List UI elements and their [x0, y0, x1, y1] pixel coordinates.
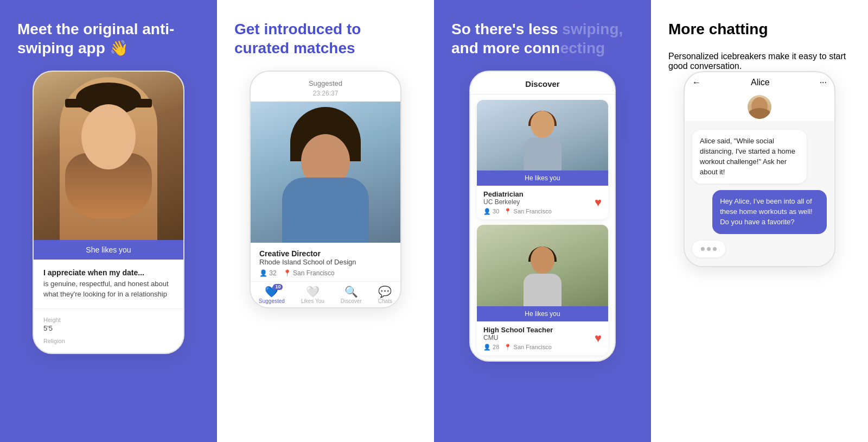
card2-photo — [477, 225, 608, 306]
panel-4-heading: More chatting — [668, 20, 851, 39]
likes-icon: 🤍 — [306, 286, 320, 297]
card2-likes-bar: He likes you — [477, 306, 608, 321]
nav-suggested[interactable]: 💙 10 Suggested — [259, 286, 285, 304]
card1-photo — [477, 100, 608, 171]
more-icon[interactable]: ··· — [820, 78, 827, 87]
card1-info: Pediatrician UC Berkeley 👤 30 📍 San Fran… — [477, 186, 608, 219]
attributes-section: Height 5'5 Religion — [34, 309, 183, 353]
match-age-icon: 👤 32 — [259, 269, 277, 277]
suggested-header: Suggested — [251, 72, 400, 90]
figure-man — [521, 247, 564, 306]
face — [81, 104, 136, 169]
card1-age: 👤 30 — [483, 208, 499, 214]
typing-dot-3 — [713, 247, 717, 251]
card1-text: Pediatrician UC Berkeley 👤 30 📍 San Fran… — [483, 190, 552, 215]
suggested-timer: 23:26:37 — [251, 90, 400, 97]
avatar-circle — [748, 95, 771, 119]
height-label: Height — [43, 317, 174, 323]
card1-details: 👤 30 📍 San Francisco — [483, 208, 552, 215]
card2-job: High School Teacher — [483, 326, 553, 334]
small-body-w — [524, 138, 561, 171]
prompt-section: I appreciate when my date... is genuine,… — [34, 260, 183, 309]
card2-info: High School Teacher CMU 👤 28 📍 San Franc… — [477, 321, 608, 355]
card1-school: UC Berkeley — [483, 198, 552, 206]
message-sent-1: Hey Alice, I've been into all of these h… — [712, 190, 827, 234]
panel-1: Meet the original anti-swiping app 👋 She… — [0, 0, 217, 442]
curly-body — [282, 178, 369, 243]
card2-age: 👤 28 — [483, 344, 499, 350]
card2-text: High School Teacher CMU 👤 28 📍 San Franc… — [483, 326, 553, 351]
typing-dot-1 — [701, 247, 705, 251]
nav-likes-label: Likes You — [301, 298, 324, 304]
phone-mockup-1: She likes you I appreciate when my date.… — [33, 71, 184, 354]
religion-label: Religion — [43, 338, 174, 344]
card1-heart: ♥ — [595, 195, 602, 210]
nav-badge: 10 — [273, 284, 283, 290]
match-school: Rhode Island School of Design — [259, 258, 392, 266]
card-2: He likes you High School Teacher CMU 👤 2… — [477, 225, 608, 355]
back-icon[interactable]: ← — [692, 78, 701, 87]
match-city-icon: 📍 San Francisco — [283, 269, 335, 277]
nav-likes[interactable]: 🤍 Likes You — [301, 286, 324, 304]
phone-mockup-3: Discover He likes you Pediatrician UC Be… — [469, 71, 616, 362]
curly-person — [271, 107, 380, 243]
card2-heart: ♥ — [595, 331, 602, 345]
likes-bar-1: She likes you — [34, 240, 183, 260]
nav-chats-label: Chats — [378, 298, 392, 304]
panel-2: Get introduced to curated matches Sugges… — [217, 0, 434, 442]
card-1: He likes you Pediatrician UC Berkeley 👤 … — [477, 100, 608, 219]
small-body-m — [524, 274, 561, 306]
suggested-icon: 💙 10 — [265, 286, 278, 297]
nav-discover-label: Discover — [341, 298, 362, 304]
typing-indicator — [692, 241, 725, 257]
nav-suggested-label: Suggested — [259, 298, 285, 304]
message-received-1: Alice said, "While social distancing, I'… — [692, 130, 807, 184]
match-job: Creative Director — [259, 249, 392, 258]
nav-discover[interactable]: 🔍 Discover — [341, 286, 362, 304]
chats-icon: 💬 — [378, 286, 392, 297]
profile-photo-1 — [34, 72, 183, 240]
chat-area: Alice said, "While social distancing, I'… — [685, 121, 834, 266]
height-value: 5'5 — [43, 324, 174, 332]
panel-4: More chatting Personalized icebreakers m… — [651, 0, 868, 442]
panel-4-subheading: Personalized icebreakers make it easy to… — [668, 52, 851, 71]
avatar-area — [685, 91, 834, 121]
chat-name: Alice — [751, 78, 770, 87]
avatar-hair — [749, 108, 770, 119]
discover-header: Discover — [470, 72, 615, 94]
figure-woman — [521, 111, 564, 171]
small-face-w — [531, 111, 554, 138]
panel-3: So there's less swiping, and more connec… — [434, 0, 651, 442]
match-photo — [251, 102, 400, 243]
card2-school: CMU — [483, 334, 553, 342]
card1-job: Pediatrician — [483, 190, 552, 198]
small-face-m — [531, 247, 554, 274]
nav-bar: 💙 10 Suggested 🤍 Likes You 🔍 Discover 💬 … — [251, 281, 400, 307]
panel-1-heading: Meet the original anti-swiping app 👋 — [17, 20, 200, 58]
prompt-answer: is genuine, respectful, and honest about… — [43, 279, 174, 300]
chat-header: ← Alice ··· — [685, 72, 834, 91]
phone-mockup-4: ← Alice ··· Alice said, "While social di… — [684, 71, 835, 267]
prompt-question: I appreciate when my date... — [43, 268, 174, 277]
message-text-1: Alice said, "While social distancing, I'… — [700, 137, 795, 176]
typing-dot-2 — [707, 247, 711, 251]
match-info: Creative Director Rhode Island School of… — [251, 243, 400, 281]
message-text-2: Hey Alice, I've been into all of these h… — [720, 197, 813, 226]
panel-2-heading: Get introduced to curated matches — [234, 20, 417, 58]
card1-likes-bar: He likes you — [477, 171, 608, 186]
match-details: 👤 32 📍 San Francisco — [259, 269, 392, 277]
phone-mockup-2: Suggested 23:26:37 Creative Director Rho… — [250, 71, 401, 308]
card2-details: 👤 28 📍 San Francisco — [483, 344, 553, 351]
discover-icon: 🔍 — [344, 286, 358, 297]
nav-chats[interactable]: 💬 Chats — [378, 286, 392, 304]
